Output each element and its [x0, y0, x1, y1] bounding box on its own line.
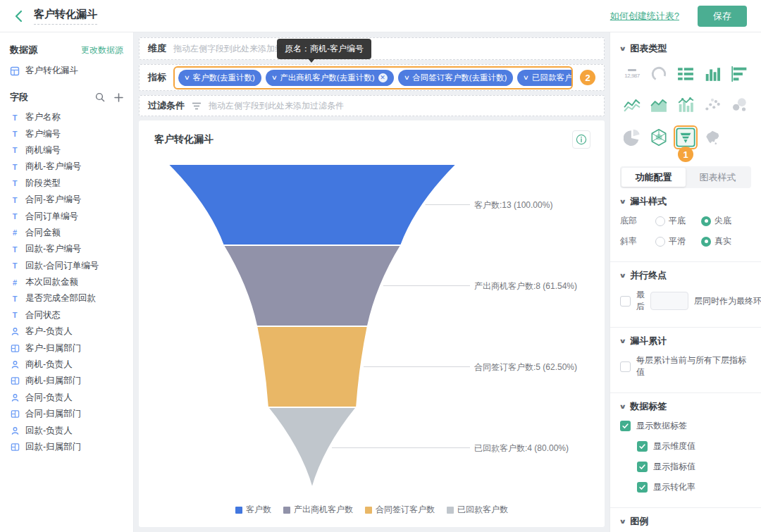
- legend-item[interactable]: 合同签订客户数: [365, 504, 435, 516]
- metric-pill[interactable]: ∨合同签订客户数(去重计数): [398, 70, 514, 86]
- field-item[interactable]: T回款-合同订单编号: [10, 258, 123, 274]
- field-item[interactable]: T客户名称: [10, 109, 123, 125]
- map-chart-icon[interactable]: [702, 127, 723, 148]
- radio-option[interactable]: 尖底: [701, 215, 731, 227]
- section-funnel-style[interactable]: ∨ 漏斗样式: [610, 188, 761, 211]
- field-item-label: 合同-负责人: [25, 392, 73, 404]
- field-item[interactable]: T客户编号: [10, 125, 123, 142]
- metric-drop-zone[interactable]: 指标 ∨客户数(去重计数)∨产出商机客户数(去重计数)✕∨合同签订客户数(去重计…: [139, 64, 605, 91]
- field-item[interactable]: 商机-归属部门: [10, 373, 123, 389]
- department-field-icon: [10, 409, 20, 419]
- field-item[interactable]: 客户-负责人: [10, 323, 123, 340]
- field-item[interactable]: #合同金额: [10, 225, 123, 241]
- column-chart-icon[interactable]: [702, 63, 723, 85]
- add-field-icon[interactable]: [114, 93, 123, 102]
- filter-drop-zone[interactable]: 过滤条件 拖动左侧字段到此处来添加过滤条件: [139, 95, 605, 116]
- combo-chart-icon[interactable]: [675, 94, 696, 116]
- sub-checkbox[interactable]: [637, 462, 648, 472]
- chart-info-button[interactable]: [572, 130, 590, 149]
- field-item[interactable]: 客户-归属部门: [10, 340, 123, 356]
- dimension-drop-zone[interactable]: 维度 拖动左侧字段到此处来添加维度: [139, 37, 605, 60]
- field-item[interactable]: T商机编号: [10, 142, 123, 159]
- department-field-icon: [10, 443, 20, 452]
- field-item[interactable]: 回款-归属部门: [10, 439, 123, 455]
- datasource-item[interactable]: 客户转化漏斗: [10, 63, 123, 82]
- parallel-end-checkbox[interactable]: [620, 296, 631, 307]
- field-item[interactable]: T合同-客户编号: [10, 192, 123, 208]
- section-data-labels[interactable]: ∨ 数据标签: [610, 393, 761, 416]
- sub-checkbox[interactable]: [637, 441, 648, 452]
- sub-checkbox-label: 显示维度值: [653, 440, 695, 452]
- metric-label: 指标: [148, 71, 166, 84]
- section-chart-type[interactable]: ∨ 图表类型: [610, 35, 761, 58]
- help-link[interactable]: 如何创建统计表?: [610, 10, 679, 23]
- legend-item[interactable]: 产出商机客户数: [283, 504, 353, 516]
- radio-option-label: 平底: [669, 215, 686, 227]
- radio-option[interactable]: 真实: [701, 235, 731, 247]
- radio-option[interactable]: 平滑: [655, 235, 686, 247]
- legend-item[interactable]: 客户数: [235, 504, 271, 516]
- funnel-cumulate-label: 每层累计当前与所有下层指标值: [636, 354, 751, 378]
- data-label-sub-row: 显示指标值: [610, 457, 761, 477]
- text-field-icon: T: [10, 162, 20, 172]
- bubble-chart-icon[interactable]: [729, 94, 750, 116]
- field-item[interactable]: T是否完成全部回款: [10, 290, 123, 307]
- parallel-end-row: 最后 层同时作为最终环节: [610, 285, 761, 317]
- show-data-labels-checkbox[interactable]: [620, 421, 631, 431]
- scatter-chart-icon[interactable]: [702, 94, 723, 116]
- funnel-cumulate-checkbox[interactable]: [620, 361, 631, 372]
- filter-icon: [192, 101, 202, 111]
- funnel-chart-icon-selected[interactable]: 1: [674, 125, 698, 149]
- field-item[interactable]: T阶段类型: [10, 175, 123, 192]
- text-field-icon: T: [10, 129, 20, 139]
- radar-chart-icon[interactable]: [648, 127, 669, 148]
- field-item-label: 合同状态: [25, 309, 61, 321]
- page-title[interactable]: 客户转化漏斗: [34, 8, 97, 25]
- field-item[interactable]: T合同订单编号: [10, 208, 123, 224]
- table-chart-icon[interactable]: [675, 63, 696, 85]
- metric-pill[interactable]: ∨产出商机客户数(去重计数)✕: [266, 70, 394, 86]
- field-item[interactable]: 合同-负责人: [10, 390, 123, 406]
- search-icon[interactable]: [95, 92, 105, 102]
- back-button[interactable]: [14, 10, 24, 23]
- field-item[interactable]: 商机-负责人: [10, 357, 123, 373]
- datasource-table-icon: [10, 66, 20, 76]
- sub-checkbox[interactable]: [637, 482, 648, 493]
- text-field-icon: T: [10, 178, 20, 188]
- funnel-segment: [223, 245, 401, 326]
- change-datasource-link[interactable]: 更改数据源: [81, 44, 123, 56]
- parallel-end-title: 并行终点: [630, 269, 667, 282]
- option-row-label: 斜率: [620, 235, 650, 247]
- gauge-icon[interactable]: [648, 63, 669, 85]
- text-field-icon: T: [10, 145, 20, 155]
- section-funnel-cumulate[interactable]: ∨ 漏斗累计: [610, 328, 761, 350]
- chart-type-label: 图表类型: [630, 42, 667, 55]
- metric-pill[interactable]: ∨已回款客户数(去重计数): [517, 70, 573, 86]
- field-item[interactable]: T合同状态: [10, 307, 123, 323]
- pie-chart-icon[interactable]: [621, 127, 643, 148]
- legend-item-label: 合同签订客户数: [376, 504, 435, 516]
- section-parallel-end[interactable]: ∨ 并行终点: [610, 262, 761, 285]
- tab-active[interactable]: 功能配置: [621, 168, 686, 187]
- funnel-segment: [256, 326, 368, 407]
- save-button[interactable]: 保存: [698, 6, 747, 27]
- tab-inactive[interactable]: 图表样式: [686, 168, 750, 187]
- chart-legend: 客户数产出商机客户数合同签订客户数已回款客户数: [139, 504, 605, 516]
- pill-close-icon[interactable]: ✕: [378, 73, 388, 82]
- funnel-style-row: 底部平底尖底: [610, 211, 761, 231]
- parallel-end-input[interactable]: [650, 292, 688, 310]
- radio-option[interactable]: 平底: [655, 215, 686, 227]
- metric-pill[interactable]: ∨客户数(去重计数): [178, 70, 261, 86]
- area-chart-icon[interactable]: [648, 94, 669, 116]
- field-item[interactable]: 回款-负责人: [10, 422, 123, 438]
- field-item[interactable]: 合同-归属部门: [10, 406, 123, 422]
- field-item[interactable]: #本次回款金额: [10, 274, 123, 290]
- text-field-icon: T: [10, 113, 20, 123]
- bar-chart-icon[interactable]: [729, 63, 750, 85]
- section-legend[interactable]: ∨ 图例: [610, 508, 761, 531]
- field-item[interactable]: T回款-客户编号: [10, 241, 123, 257]
- line-chart-icon[interactable]: [621, 94, 643, 116]
- legend-item[interactable]: 已回款客户数: [447, 504, 508, 516]
- number-card-icon[interactable]: 12,987: [621, 63, 643, 85]
- field-item[interactable]: T商机-客户编号: [10, 159, 123, 175]
